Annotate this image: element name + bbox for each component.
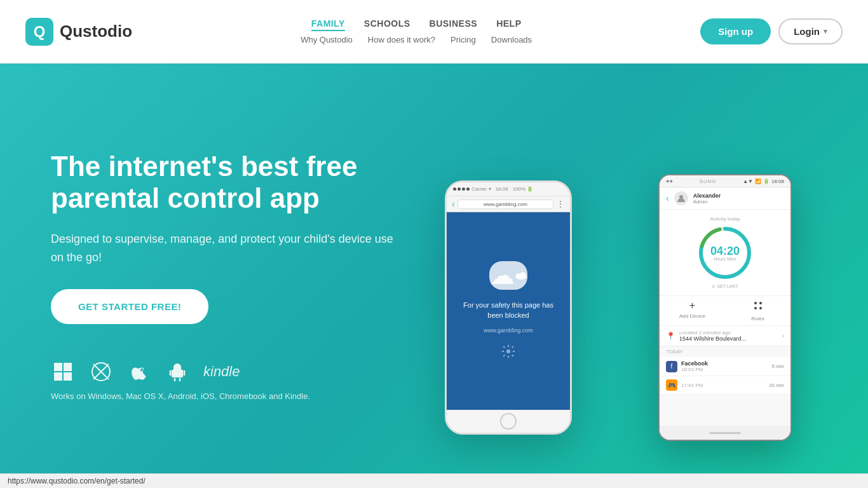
- nav-help[interactable]: HELP: [496, 18, 521, 31]
- phone-mockups: Carrier ▾ 18:08 100% 🔋 ‹ www.gambling.co…: [407, 98, 817, 454]
- rules-label: Rules: [751, 316, 764, 322]
- app2-icon: 🎮: [666, 379, 677, 391]
- location-arrow-icon[interactable]: ›: [782, 332, 784, 339]
- svg-point-8: [179, 367, 181, 369]
- phone-android-screen: ‹ Alexander Admin Activit: [660, 187, 790, 426]
- nav-pricing[interactable]: Pricing: [451, 35, 476, 44]
- facebook-icon: f: [666, 361, 677, 372]
- status-url: https://www.qustodio.com/en/get-started/: [8, 477, 146, 485]
- nav-why-qustodio[interactable]: Why Qustodio: [301, 35, 353, 44]
- user-name: Alexander: [693, 193, 784, 199]
- windows-icon: [51, 360, 75, 384]
- user-avatar: [674, 191, 688, 205]
- hero-subtitle: Designed to supervise, manage, and prote…: [51, 230, 407, 267]
- blocked-message: For your safety this page has been block…: [459, 300, 557, 321]
- svg-rect-3: [64, 372, 72, 381]
- phone-iphone-status: Carrier ▾ 18:08 100% 🔋: [453, 186, 533, 192]
- phone-iphone: Carrier ▾ 18:08 100% 🔋 ‹ www.gambling.co…: [445, 180, 572, 435]
- phone-android-footer: [660, 426, 790, 440]
- login-arrow-icon: ▾: [824, 27, 827, 36]
- location-ago: Located 2 minutes ago: [679, 330, 778, 336]
- app-name-facebook: Facebook: [681, 360, 768, 367]
- nav-business[interactable]: BUSINESS: [430, 18, 478, 31]
- activity-today-label: Activity today: [696, 216, 754, 222]
- svg-point-22: [759, 302, 762, 304]
- brand-name: Qustodio: [60, 22, 132, 41]
- app-duration-facebook: 5 min: [771, 363, 784, 369]
- svg-point-16: [506, 349, 510, 353]
- app-row-facebook: f Facebook 18:03 PM 5 min: [660, 357, 790, 376]
- header-actions: Sign up Login ▾: [700, 18, 843, 44]
- hero-title: The internet's best free parental contro…: [51, 151, 407, 215]
- svg-rect-2: [54, 372, 62, 381]
- phone-blocked-screen: For your safety this page has been block…: [447, 212, 570, 410]
- app-details-2: 17:42 PM: [681, 383, 765, 388]
- rules-action[interactable]: Rules: [725, 300, 790, 322]
- platform-note: Works on Windows, Mac OS X, Android, iOS…: [51, 391, 407, 401]
- browser-status-bar: https://www.qustodio.com/en/get-started/: [0, 473, 868, 488]
- back-nav-icon[interactable]: ‹: [666, 193, 669, 203]
- apple-icon: [127, 360, 151, 384]
- svg-point-24: [759, 307, 762, 309]
- url-bar[interactable]: www.gambling.com: [458, 200, 553, 209]
- svg-rect-1: [64, 363, 72, 371]
- logo[interactable]: Q Qustodio: [25, 18, 132, 46]
- phone-iphone-footer: [447, 410, 570, 433]
- nav-schools[interactable]: SCHOOLS: [364, 18, 410, 31]
- phone-actions-row: + Add Device Rules: [660, 296, 790, 326]
- nav-sub: Why Qustodio How does it work? Pricing D…: [301, 35, 532, 44]
- location-address: 1544 Wilshire Boulevard...: [679, 336, 778, 342]
- blocked-url: www.gambling.com: [484, 327, 533, 334]
- logo-icon: Q: [25, 18, 53, 46]
- user-bar: ‹ Alexander Admin: [660, 187, 790, 210]
- nav-family[interactable]: FAMILY: [311, 18, 345, 31]
- android-home-bar[interactable]: [709, 432, 741, 434]
- phone-android: ●● SUNG ▲▼ 📶 🔋 18:08 ‹: [658, 174, 792, 441]
- set-limit-button[interactable]: ⊙ SET LIMIT: [696, 284, 754, 289]
- cloud-icon: [489, 261, 527, 290]
- settings-icon: [501, 344, 516, 359]
- header: Q Qustodio FAMILY SCHOOLS BUSINESS HELP …: [0, 0, 868, 64]
- add-device-action[interactable]: + Add Device: [660, 300, 725, 322]
- location-pin-icon: 📍: [666, 332, 675, 341]
- signup-button[interactable]: Sign up: [700, 18, 771, 44]
- android-status-bar: ▲▼ 📶 🔋 18:08: [743, 179, 784, 184]
- phone-android-header: ●● SUNG ▲▼ 📶 🔋 18:08: [660, 175, 790, 187]
- location-row: 📍 Located 2 minutes ago 1544 Wilshire Bo…: [660, 326, 790, 346]
- user-role: Admin: [693, 199, 784, 205]
- platform-icons: kindle: [51, 360, 407, 384]
- svg-rect-0: [54, 363, 62, 371]
- back-button[interactable]: ‹: [452, 199, 455, 209]
- app2-time: 17:42 PM: [681, 383, 765, 388]
- today-section-label: TODAY: [660, 346, 790, 357]
- cta-button[interactable]: GET STARTED FREE!: [51, 289, 208, 324]
- phone-iphone-top: Carrier ▾ 18:08 100% 🔋: [447, 182, 570, 196]
- add-device-icon: +: [689, 300, 695, 311]
- activity-circle: 04:20 Hours Mins: [696, 224, 754, 281]
- svg-point-23: [754, 307, 757, 309]
- svg-point-7: [174, 367, 176, 369]
- more-icon[interactable]: ⋮: [556, 199, 565, 209]
- hero-section: The internet's best free parental contro…: [0, 64, 868, 488]
- user-info: Alexander Admin: [693, 193, 784, 205]
- hero-content: The internet's best free parental contro…: [51, 151, 407, 402]
- nav-how-it-works[interactable]: How does it work?: [368, 35, 435, 44]
- main-nav: FAMILY SCHOOLS BUSINESS HELP Why Qustodi…: [301, 18, 532, 44]
- android-brand: SUNG: [699, 179, 716, 184]
- macos-icon: [89, 360, 113, 384]
- svg-point-15: [520, 272, 526, 278]
- android-icon: [165, 360, 189, 384]
- kindle-text: kindle: [203, 363, 240, 380]
- signal-bars-icon: [453, 187, 470, 191]
- add-device-label: Add Device: [679, 313, 705, 319]
- app-row-2: 🎮 17:42 PM 20 min: [660, 376, 790, 395]
- activity-area: Activity today 04:20: [660, 210, 790, 296]
- app2-duration: 20 min: [769, 383, 784, 388]
- login-button[interactable]: Login ▾: [778, 18, 843, 44]
- home-button[interactable]: [500, 413, 517, 430]
- rules-icon: [752, 300, 764, 314]
- app-details-facebook: Facebook 18:03 PM: [681, 360, 768, 372]
- nav-downloads[interactable]: Downloads: [491, 35, 532, 44]
- platforms: kindle Works on Windows, Mac OS X, Andro…: [51, 360, 407, 401]
- app-time-facebook: 18:03 PM: [681, 367, 768, 372]
